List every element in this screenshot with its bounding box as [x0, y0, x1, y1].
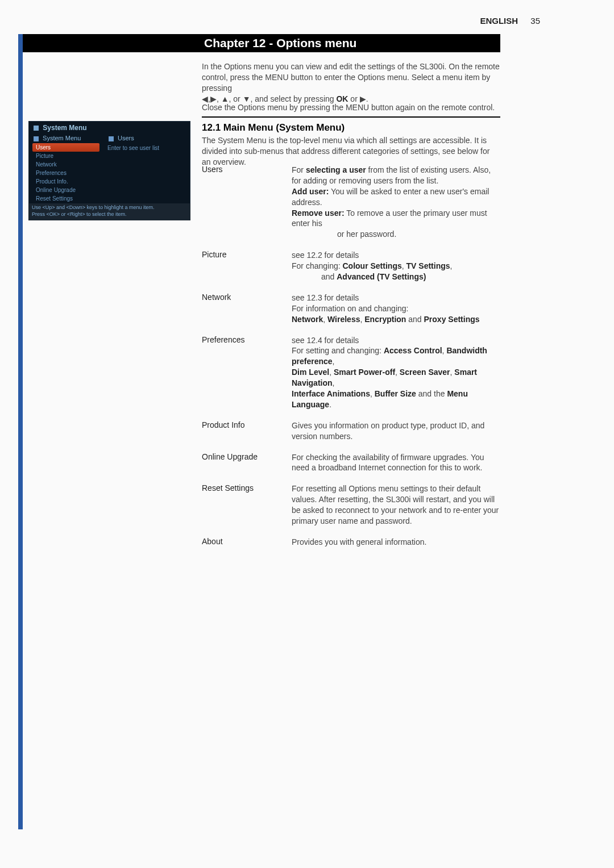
entry-users-label: Users	[202, 165, 292, 240]
menu-icon	[34, 126, 39, 131]
entry-reset-settings-label: Reset Settings	[202, 483, 292, 527]
chapter-title-bar: Chapter 12 - Options menu	[202, 34, 500, 52]
entry-reset-settings: Reset Settings For resetting all Options…	[202, 483, 500, 527]
footer-line2: Press <OK> or <Right> to select the item…	[32, 211, 187, 218]
blue-sidebar-strip	[18, 34, 23, 829]
entry-about: About Provides you with general informat…	[202, 537, 500, 548]
entry-network: Network see 12.3 for details For informa…	[202, 293, 500, 325]
entry-picture-desc: see 12.2 for details For changing: Colou…	[292, 250, 500, 282]
entry-online-upgrade-desc: For checking the availability of firmwar…	[292, 452, 500, 474]
entry-about-label: About	[202, 537, 292, 548]
entry-picture: Picture see 12.2 for details For changin…	[202, 250, 500, 282]
close-instruction: Close the Options menu by pressing the M…	[202, 102, 500, 113]
menu-item-preferences: Preferences	[30, 169, 102, 177]
screenshot-left-panel: System Menu Users Picture Network Prefer…	[29, 133, 102, 210]
chapter-title: Chapter 12 - Options menu	[204, 36, 356, 49]
intro-line1: In the Options menu you can view and edi…	[202, 62, 500, 93]
separator-line	[202, 116, 500, 118]
menu-item-onlineupgrade: Online Upgrade	[30, 186, 102, 194]
intro-paragraph: In the Options menu you can view and edi…	[202, 61, 500, 105]
page: ENGLISH 35 Chapter 12 - Options menu In …	[0, 0, 614, 868]
section-title: 12.1 Main Menu (System Menu)	[202, 122, 500, 133]
header-language: ENGLISH 35	[480, 16, 540, 26]
section-intro: The System Menu is the top-level menu vi…	[202, 135, 500, 168]
entry-network-label: Network	[202, 293, 292, 325]
folder-icon	[34, 136, 39, 141]
right-panel-hint: Enter to see user list	[105, 143, 190, 153]
page-number: 35	[530, 16, 540, 26]
screenshot-window-title: System Menu	[29, 122, 190, 133]
entry-product-info-label: Product Info	[202, 420, 292, 442]
entry-preferences-label: Preferences	[202, 335, 292, 410]
screenshot-right-panel: Users Enter to see user list	[102, 133, 190, 210]
screenshot-columns: System Menu Users Picture Network Prefer…	[29, 133, 190, 210]
entry-picture-label: Picture	[202, 250, 292, 282]
menu-item-resetsettings: Reset Settings	[30, 194, 102, 203]
entry-product-info-desc: Gives you information on product type, p…	[292, 420, 500, 442]
entry-about-desc: Provides you with general information.	[292, 537, 500, 548]
menu-item-picture: Picture	[30, 152, 102, 160]
menu-item-network: Network	[30, 160, 102, 169]
entry-online-upgrade-label: Online Upgrade	[202, 452, 292, 474]
chapter-bar-left	[23, 34, 202, 52]
entry-users-desc: For selecting a user from the list of ex…	[292, 165, 500, 240]
screenshot-footer: Use <Up> and <Down> keys to highlight a …	[28, 203, 190, 220]
entry-reset-settings-desc: For resetting all Options menu settings …	[292, 483, 500, 527]
footer-line1: Use <Up> and <Down> keys to highlight a …	[32, 205, 187, 211]
entry-users: Users For selecting a user from the list…	[202, 165, 500, 240]
menu-item-users: Users	[32, 143, 99, 152]
language-label: ENGLISH	[480, 16, 518, 26]
menu-item-productinfo: Product Info.	[30, 177, 102, 186]
left-panel-header: System Menu	[30, 133, 102, 143]
entry-preferences: Preferences see 12.4 for details For set…	[202, 335, 500, 410]
menu-entries-list: Users For selecting a user from the list…	[202, 165, 500, 558]
right-panel-header: Users	[105, 133, 190, 143]
entry-product-info: Product Info Gives you information on pr…	[202, 420, 500, 442]
folder-icon	[109, 136, 114, 141]
entry-preferences-desc: see 12.4 for details For setting and cha…	[292, 335, 500, 410]
entry-online-upgrade: Online Upgrade For checking the availabi…	[202, 452, 500, 474]
entry-network-desc: see 12.3 for details For information on …	[292, 293, 500, 325]
